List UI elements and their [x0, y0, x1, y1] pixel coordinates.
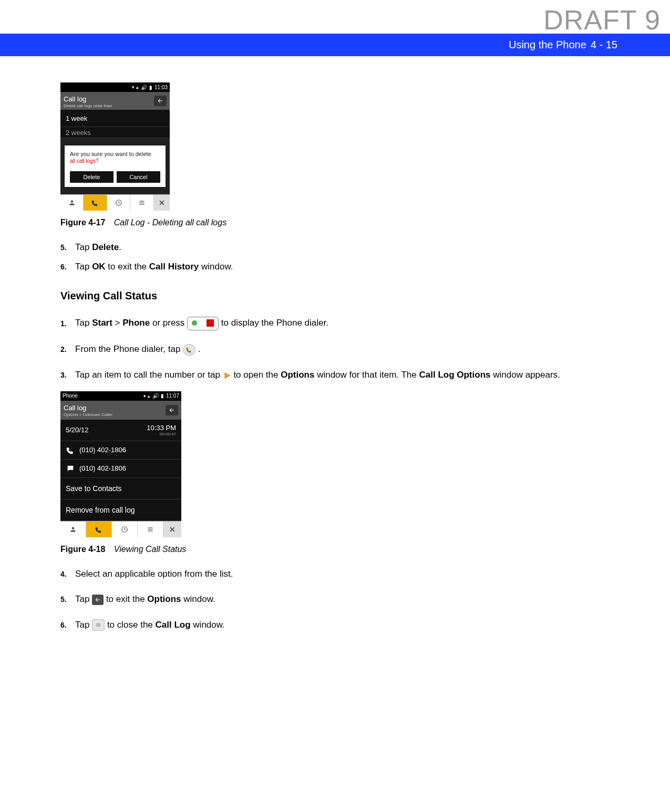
step-item: 1. Tap Start > Phone or press to display…: [60, 317, 617, 330]
step-bold: Call History: [149, 262, 199, 272]
battery-icon: ▮: [161, 393, 164, 399]
tab-menu[interactable]: [130, 195, 153, 211]
page-header: Using the Phone 4 - 15: [0, 34, 670, 56]
step-text: window.: [199, 262, 233, 272]
remove-from-log-row[interactable]: Remove from call log: [60, 499, 181, 521]
figure-caption: Figure 4-17 Call Log - Deleting all call…: [60, 218, 617, 227]
tab-speed-dial[interactable]: [112, 522, 138, 537]
screen-subtitle: Delete call logs older than: [64, 103, 112, 108]
step-number: 5.: [60, 594, 75, 605]
step-bold: Start: [92, 318, 112, 328]
tab-call-log[interactable]: [86, 522, 112, 537]
sms-icon: [66, 464, 75, 473]
app-title: Phone: [63, 393, 78, 399]
status-time: 11:07: [166, 393, 179, 399]
step-bold: Call Log: [156, 620, 191, 630]
page-content: ▾ ▴ 🔊 ▮ 11:03 Call log Delete call logs …: [0, 56, 670, 659]
step-bold: Call Log Options: [419, 370, 490, 380]
section-heading: Viewing Call Status: [60, 290, 617, 302]
screen-title: Call log: [64, 95, 86, 103]
play-triangle-icon: [223, 371, 231, 379]
step-text: to exit the: [106, 594, 147, 604]
step-text: or press: [152, 318, 187, 328]
call-number-row[interactable]: (010) 402-1806: [60, 441, 181, 460]
close-button[interactable]: ✕: [154, 195, 170, 211]
step-item: 6. Tap to close the Call Log window.: [60, 619, 617, 632]
step-bold: OK: [92, 262, 106, 272]
step-item: 5. Tap Delete.: [60, 241, 617, 254]
back-arrow-icon[interactable]: [166, 405, 178, 415]
tab-contacts[interactable]: [60, 522, 86, 537]
step-text: window appears.: [490, 370, 560, 380]
tab-menu[interactable]: [138, 522, 163, 537]
figure-label: Figure 4-18: [60, 545, 105, 554]
status-time: 11:03: [154, 85, 168, 90]
phone-number: (010) 402-1806: [79, 446, 126, 454]
close-icon: ✕: [159, 199, 165, 207]
step-text: Tap an item to call the number or tap: [75, 370, 223, 380]
step-number: 6.: [60, 262, 75, 272]
step-item: 5. Tap to exit the Options window.: [60, 593, 617, 606]
step-list: 4. Select an applicable option from the …: [60, 568, 617, 632]
back-button-icon: [92, 595, 104, 605]
step-number: 2.: [60, 344, 75, 355]
step-text: .: [198, 344, 201, 354]
step-list: 1. Tap Start > Phone or press to display…: [60, 317, 617, 381]
step-text: Tap: [75, 242, 92, 252]
bottom-bar: ✕: [60, 521, 181, 537]
tab-call-log[interactable]: [84, 195, 107, 211]
tab-contacts[interactable]: [60, 195, 84, 211]
sms-number-row[interactable]: (010) 402-1806: [60, 460, 181, 478]
call-date: 5/20/12: [66, 426, 88, 434]
figure-title: Call Log - Deleting all call logs: [108, 218, 226, 227]
figure-title: Viewing Call Status: [108, 545, 187, 554]
step-text: Tap: [75, 594, 92, 604]
screen-header: Call log Delete call logs older than: [60, 92, 170, 110]
tab-speed-dial[interactable]: [107, 195, 130, 211]
step-item: 6. Tap OK to exit the Call History windo…: [60, 261, 617, 274]
step-list: 5. Tap Delete. 6. Tap OK to exit the Cal…: [60, 241, 617, 273]
back-arrow-icon[interactable]: [154, 96, 167, 106]
signal-icon: ▾ ▴: [143, 393, 150, 399]
call-log-icon: [183, 344, 195, 356]
step-text: to exit the: [106, 262, 149, 272]
screen-header: Call log Options > Unknown Caller: [60, 401, 181, 420]
delete-button[interactable]: Delete: [70, 171, 114, 183]
step-text: to close the: [107, 620, 156, 630]
dialog-text: Are you sure you want to delete: [70, 151, 160, 157]
header-page: 4 - 15: [589, 39, 617, 51]
step-bold: Options: [147, 594, 181, 604]
screen-subtitle: Options > Unknown Caller: [64, 412, 112, 417]
title-bar: Phone ▾ ▴ 🔊 ▮ 11:07: [60, 391, 181, 401]
draft-watermark: DRAFT 9: [543, 4, 661, 36]
save-contacts-row[interactable]: Save to Contacts: [60, 478, 181, 499]
bottom-bar: ✕: [60, 194, 170, 211]
list-item: 2 weeks: [60, 127, 170, 138]
volume-icon: 🔊: [141, 85, 147, 90]
confirm-dialog: Are you sure you want to delete all call…: [65, 145, 166, 187]
phone-number: (010) 402-1806: [79, 464, 126, 472]
step-number: 5.: [60, 242, 75, 253]
cancel-button[interactable]: Cancel: [117, 171, 160, 183]
phone-icon: [66, 445, 75, 455]
call-datetime-row: 5/20/12 10:33 PM 00:00:47: [60, 420, 181, 441]
step-text: .: [119, 242, 121, 252]
close-icon: ✕: [169, 525, 176, 534]
step-text: window for that item. The: [314, 370, 419, 380]
step-text: From the Phone dialer, tap: [75, 344, 183, 354]
call-time: 10:33 PM: [147, 424, 176, 432]
step-text: Select an applicable option from the lis…: [75, 568, 233, 581]
screenshot-call-log-delete: ▾ ▴ 🔊 ▮ 11:03 Call log Delete call logs …: [60, 82, 170, 211]
screenshot-call-status: Phone ▾ ▴ 🔊 ▮ 11:07 Call log Options > U…: [60, 391, 181, 537]
step-bold: Phone: [122, 318, 150, 328]
step-bold: Delete: [92, 242, 119, 252]
step-number: 3.: [60, 370, 75, 380]
close-button[interactable]: ✕: [163, 522, 181, 537]
modal-overlay: Are you sure you want to delete all call…: [60, 138, 170, 194]
signal-icon: ▾ ▴: [132, 85, 139, 90]
step-text: >: [115, 318, 123, 328]
list-item[interactable]: 1 week: [60, 110, 170, 127]
header-title: Using the Phone: [509, 39, 589, 51]
step-text: window.: [181, 594, 215, 604]
step-text: to display the Phone dialer.: [221, 318, 328, 328]
